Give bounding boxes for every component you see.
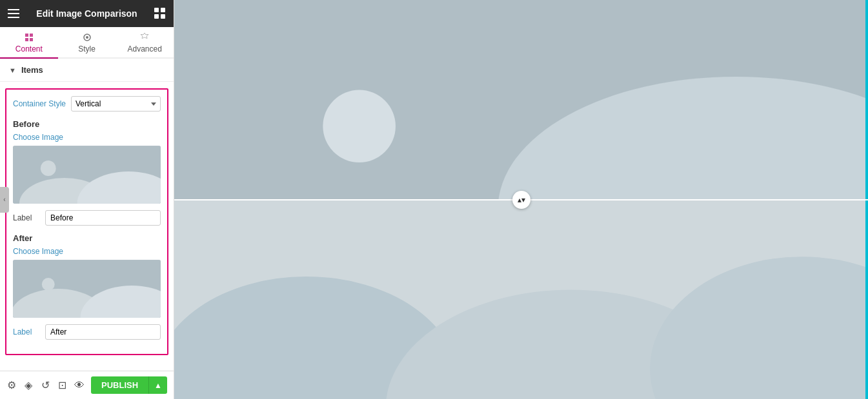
- collapse-handle[interactable]: ‹: [0, 187, 9, 213]
- items-section-label: Items: [21, 65, 43, 75]
- divider-handle[interactable]: ▴▾: [512, 191, 530, 209]
- after-title: After: [13, 233, 161, 243]
- after-section: After Choose Image Label: [13, 233, 161, 340]
- svg-rect-3: [161, 14, 165, 19]
- svg-rect-1: [161, 8, 165, 12]
- svg-point-11: [42, 278, 55, 291]
- tab-style-label: Style: [78, 44, 96, 54]
- publish-group: PUBLISH ▲: [91, 376, 167, 394]
- panel-title: Edit Image Comparison: [36, 8, 137, 19]
- after-area: [174, 200, 868, 400]
- container-style-label: Container Style: [13, 99, 71, 108]
- tab-advanced-label: Advanced: [127, 44, 161, 54]
- before-label-row: Label: [13, 210, 161, 226]
- before-label-input[interactable]: [45, 210, 161, 226]
- svg-rect-0: [154, 8, 159, 12]
- before-section: Before Choose Image Label: [13, 119, 161, 226]
- panel-header: Edit Image Comparison: [0, 0, 174, 27]
- after-choose-image-link[interactable]: Choose Image: [13, 247, 161, 256]
- chevron-down-icon: ▼: [9, 66, 16, 74]
- svg-rect-2: [154, 14, 159, 19]
- svg-point-7: [41, 161, 56, 176]
- tab-content-label: Content: [15, 44, 43, 54]
- hamburger-icon[interactable]: [8, 8, 19, 19]
- publish-button[interactable]: PUBLISH: [91, 376, 148, 394]
- before-choose-image-link[interactable]: Choose Image: [13, 133, 161, 142]
- after-label-row: Label: [13, 324, 161, 340]
- template-icon-btn[interactable]: ⊡: [57, 376, 68, 394]
- after-label-key: Label: [13, 327, 45, 336]
- items-section-header[interactable]: ▼ Items: [0, 59, 174, 82]
- before-label-key: Label: [13, 213, 45, 222]
- after-label-input[interactable]: [45, 324, 161, 340]
- tab-style[interactable]: Style: [58, 27, 116, 59]
- eye-icon-btn[interactable]: 👁: [74, 376, 85, 394]
- svg-point-15: [323, 90, 396, 162]
- svg-point-5: [86, 36, 88, 39]
- divider-arrows-icon: ▴▾: [518, 195, 525, 204]
- before-area: [174, 0, 868, 200]
- items-content: Container Style Vertical Horizontal Befo…: [5, 88, 168, 355]
- bottom-toolbar: ⚙ ◈ ↺ ⊡ 👁 PUBLISH ▲: [0, 371, 174, 399]
- panel-tabs: Content Style Advanced: [0, 27, 174, 59]
- after-image-placeholder[interactable]: [13, 260, 161, 318]
- container-style-select[interactable]: Vertical Horizontal: [71, 96, 161, 112]
- before-title: Before: [13, 119, 161, 129]
- left-panel: Edit Image Comparison Content Style Adva…: [0, 0, 174, 399]
- before-image-placeholder[interactable]: [13, 146, 161, 204]
- panel-body: ▼ Items Container Style Vertical Horizon…: [0, 59, 174, 371]
- history-icon-btn[interactable]: ↺: [40, 376, 50, 394]
- grid-icon[interactable]: [154, 8, 166, 19]
- tab-content[interactable]: Content: [0, 27, 58, 59]
- tab-advanced[interactable]: Advanced: [116, 27, 174, 59]
- main-content: ▴▾: [174, 0, 868, 399]
- layers-icon-btn[interactable]: ◈: [23, 376, 34, 394]
- container-style-row: Container Style Vertical Horizontal: [13, 96, 161, 112]
- collapse-icon: ‹: [3, 196, 5, 203]
- settings-icon-btn[interactable]: ⚙: [6, 376, 17, 394]
- publish-arrow-button[interactable]: ▲: [148, 376, 167, 394]
